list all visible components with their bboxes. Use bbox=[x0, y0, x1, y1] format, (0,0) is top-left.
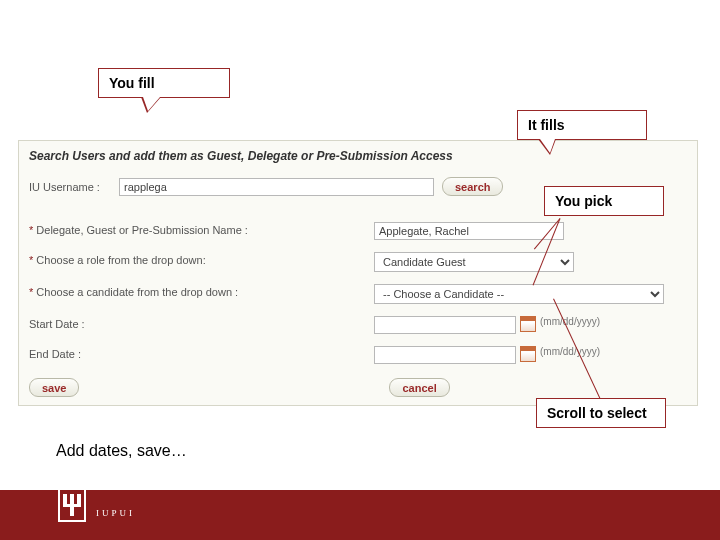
callout-you-fill: You fill bbox=[98, 68, 230, 98]
name-row: * Delegate, Guest or Pre-Submission Name… bbox=[29, 216, 687, 246]
callout-text: Scroll to select bbox=[547, 405, 647, 421]
role-label: * Choose a role from the drop down: bbox=[29, 252, 374, 269]
date-format-hint: (mm/dd/yyyy) bbox=[540, 346, 600, 357]
callout-text: You pick bbox=[555, 193, 612, 209]
callout-text: It fills bbox=[528, 117, 565, 133]
start-date-row: Start Date : (mm/dd/yyyy) bbox=[29, 310, 687, 340]
candidate-select[interactable]: -- Choose a Candidate -- bbox=[374, 284, 664, 304]
callout-it-fills: It fills bbox=[517, 110, 647, 140]
panel-heading: Search Users and add them as Guest, Dele… bbox=[29, 147, 687, 173]
username-label: IU Username : bbox=[29, 181, 119, 193]
iu-trident-icon bbox=[63, 494, 81, 516]
callout-you-pick: You pick bbox=[544, 186, 664, 216]
cancel-button[interactable]: cancel bbox=[389, 378, 449, 397]
search-users-panel: Search Users and add them as Guest, Dele… bbox=[18, 140, 698, 406]
candidate-label: * Choose a candidate from the drop down … bbox=[29, 284, 374, 301]
end-date-label: End Date : bbox=[29, 346, 374, 363]
name-label: * Delegate, Guest or Pre-Submission Name… bbox=[29, 222, 374, 239]
slide-caption: Add dates, save… bbox=[56, 442, 187, 460]
role-row: * Choose a role from the drop down: Cand… bbox=[29, 246, 687, 278]
calendar-icon[interactable] bbox=[520, 346, 536, 362]
callout-scroll: Scroll to select bbox=[536, 398, 666, 428]
calendar-icon[interactable] bbox=[520, 316, 536, 332]
save-button[interactable]: save bbox=[29, 378, 79, 397]
iu-logo bbox=[58, 488, 86, 522]
end-date-input[interactable] bbox=[374, 346, 516, 364]
start-date-label: Start Date : bbox=[29, 316, 374, 333]
name-input[interactable] bbox=[374, 222, 564, 240]
search-button[interactable]: search bbox=[442, 177, 503, 196]
date-format-hint: (mm/dd/yyyy) bbox=[540, 316, 600, 327]
campus-label: IUPUI bbox=[96, 508, 135, 518]
callout-text: You fill bbox=[109, 75, 155, 91]
username-input[interactable] bbox=[119, 178, 434, 196]
start-date-input[interactable] bbox=[374, 316, 516, 334]
candidate-row: * Choose a candidate from the drop down … bbox=[29, 278, 687, 310]
end-date-row: End Date : (mm/dd/yyyy) bbox=[29, 340, 687, 370]
